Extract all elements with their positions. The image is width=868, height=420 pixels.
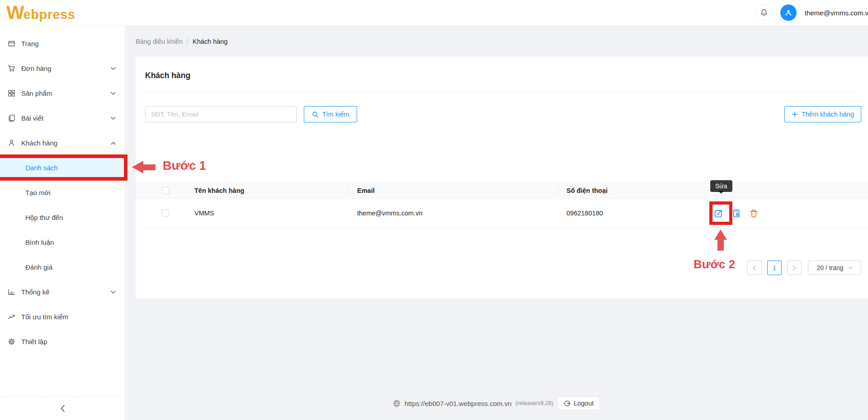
annotation-box-step1 — [0, 154, 127, 181]
select-all-cell — [136, 187, 194, 194]
sidebar-item-label: Trang — [21, 40, 39, 47]
page-title: Khách hàng — [145, 71, 190, 80]
user-icon — [8, 139, 15, 147]
logout-icon — [564, 400, 571, 407]
bar-chart-icon — [8, 288, 15, 296]
title-divider — [145, 91, 859, 92]
annotation-step2-label: Bước 2 — [693, 257, 735, 271]
breadcrumb-separator: / — [187, 38, 189, 45]
customers-table: Tên khách hàng Email Số điện thoại VMMS … — [136, 182, 868, 228]
chevron-down-icon — [848, 266, 853, 269]
delete-icon[interactable] — [749, 208, 759, 218]
row-checkbox[interactable] — [162, 210, 169, 217]
brand-logo[interactable]: W ebpress — [6, 2, 75, 23]
arrow-shaft-vertical — [717, 239, 724, 251]
row-select-cell — [136, 210, 194, 217]
page-icon — [8, 40, 15, 47]
submenu-item-label: Tạo mới — [25, 189, 51, 196]
header-name: Tên khách hàng — [194, 187, 349, 194]
sidebar-item-hop-thu-den[interactable]: Hộp thư đến — [0, 205, 125, 230]
customers-card: Khách hàng Tìm kiếm Thêm khách hàng — [136, 56, 868, 299]
add-customer-button[interactable]: Thêm khách hàng — [784, 106, 861, 122]
sidebar-item-label: Thống kê — [21, 288, 50, 296]
header-email: Email — [349, 187, 558, 194]
next-page-button[interactable] — [787, 261, 802, 275]
table-header-row: Tên khách hàng Email Số điện thoại — [136, 182, 868, 199]
arrow-shaft — [143, 164, 156, 170]
breadcrumb-current: Khách hàng — [193, 38, 227, 45]
header-right-cluster: theme@vmms.com.vn — [756, 0, 868, 25]
search-button-label: Tìm kiếm — [322, 111, 349, 118]
user-avatar[interactable] — [780, 5, 797, 21]
grid-icon — [8, 89, 15, 97]
sidebar-collapse-button[interactable] — [0, 397, 125, 420]
notifications-button[interactable] — [756, 5, 772, 21]
sidebar-item-binh-luan[interactable]: Bình luận — [0, 230, 125, 255]
sidebar-item-label: Thiết lập — [21, 338, 47, 345]
trend-icon — [8, 313, 15, 321]
cell-name: VMMS — [194, 210, 349, 217]
chevron-down-icon — [111, 67, 116, 70]
annotation-step1-label: Bước 1 — [163, 159, 206, 173]
avatar-person-icon — [784, 9, 793, 17]
plus-icon — [792, 111, 798, 117]
table-row: VMMS theme@vmms.com.vn 0962180180 — [136, 199, 868, 228]
sidebar-item-label: Bài viết — [21, 114, 43, 122]
sidebar-item-toi-uu-tim-kiem[interactable]: Tối ưu tìm kiếm — [0, 304, 125, 329]
sidebar-item-label: Tối ưu tìm kiếm — [21, 313, 68, 321]
breadcrumb-home[interactable]: Bảng điều khiển — [136, 38, 183, 45]
brand-logo-text: ebpress — [24, 7, 75, 22]
add-customer-label: Thêm khách hàng — [802, 111, 854, 118]
release-version: (release/v9.28) — [516, 400, 553, 406]
chevron-down-icon — [111, 117, 116, 120]
sidebar-item-tao-moi[interactable]: Tạo mới — [0, 180, 125, 205]
collapse-chevron-icon — [60, 405, 65, 412]
cart-icon — [8, 65, 15, 72]
page-size-select[interactable]: 20 / trang — [808, 261, 861, 275]
sidebar-item-don-hang[interactable]: Đơn hàng — [0, 56, 125, 81]
submenu-item-label: Đánh giá — [25, 263, 52, 271]
arrow-head-left — [132, 161, 143, 173]
sidebar-item-label: Đơn hàng — [21, 65, 52, 72]
logout-label: Logout — [574, 400, 594, 407]
sidebar-item-label: Khách hàng — [21, 139, 57, 147]
sidebar-item-danh-gia[interactable]: Đánh giá — [0, 255, 125, 280]
page-number[interactable]: 1 — [767, 261, 782, 275]
sidebar-item-khach-hang[interactable]: Khách hàng — [0, 131, 125, 155]
search-input[interactable] — [145, 106, 297, 122]
search-button[interactable]: Tìm kiếm — [304, 106, 357, 122]
chevron-right-icon — [793, 265, 796, 271]
brand-logo-mark: W — [6, 2, 24, 23]
gear-icon — [8, 338, 15, 345]
chevron-up-icon — [111, 141, 116, 145]
chevron-down-icon — [111, 92, 116, 95]
globe-icon — [393, 400, 401, 407]
sidebar-item-san-pham[interactable]: Sản phẩm — [0, 81, 125, 106]
edit-tooltip: Sửa — [710, 180, 732, 192]
posts-icon — [8, 114, 15, 122]
sidebar-item-bai-viet[interactable]: Bài viết — [0, 106, 125, 131]
sidebar-item-label: Sản phẩm — [21, 89, 52, 97]
search-icon — [312, 111, 319, 118]
chevron-left-icon — [753, 265, 756, 271]
cell-phone: 0962180180 — [558, 210, 704, 217]
sidebar: Trang Đơn hàng Sản phẩm — [0, 25, 125, 420]
prev-page-button[interactable] — [747, 261, 762, 275]
site-url[interactable]: https://eb007-v01.webpress.com.vn — [405, 400, 512, 407]
page-footer: https://eb007-v01.webpress.com.vn (relea… — [125, 397, 868, 410]
select-all-checkbox[interactable] — [162, 187, 169, 194]
user-email[interactable]: theme@vmms.com.vn — [805, 9, 868, 17]
bell-icon — [760, 9, 768, 17]
top-header: W ebpress theme@vmms.com.vn — [0, 0, 868, 25]
page-size-value: 20 / trang — [816, 264, 843, 271]
logout-button[interactable]: Logout — [557, 397, 600, 410]
sidebar-item-thiet-lap[interactable]: Thiết lập — [0, 329, 125, 354]
annotation-arrow-step1 — [132, 161, 156, 173]
chevron-down-icon — [111, 290, 116, 294]
sidebar-item-trang[interactable]: Trang — [0, 31, 125, 56]
main-content: Bảng điều khiển / Khách hàng Khách hàng … — [125, 25, 868, 420]
arrow-head-up — [714, 229, 727, 240]
sidebar-item-thong-ke[interactable]: Thống kê — [0, 280, 125, 304]
customer-card-icon[interactable] — [731, 208, 741, 218]
breadcrumb: Bảng điều khiển / Khách hàng — [136, 38, 227, 45]
